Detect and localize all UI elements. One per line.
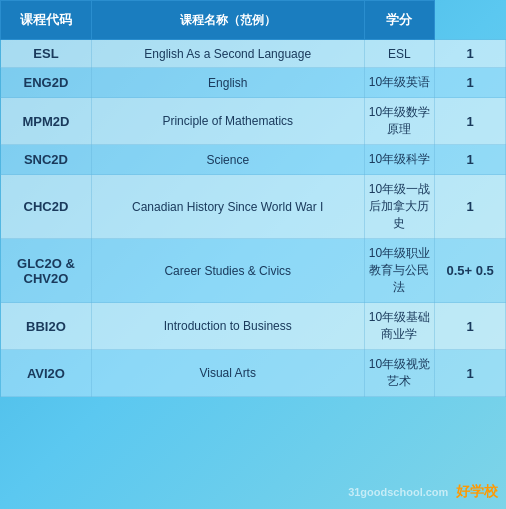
cell-code: SNC2D [1, 145, 92, 175]
table-row: SNC2DScience10年级科学1 [1, 145, 506, 175]
cell-name-en: Career Studies & Civics [91, 239, 364, 303]
cell-credit: 0.5+ 0.5 [435, 239, 506, 303]
table-row: ESLEnglish As a Second LanguageESL1 [1, 40, 506, 68]
header-credit: 学分 [364, 1, 435, 40]
cell-credit: 1 [435, 303, 506, 350]
cell-name-zh: 10年级数学原理 [364, 98, 435, 145]
cell-name-en: Principle of Mathematics [91, 98, 364, 145]
table-row: MPM2DPrinciple of Mathematics10年级数学原理1 [1, 98, 506, 145]
cell-code: ESL [1, 40, 92, 68]
header-code: 课程代码 [1, 1, 92, 40]
table-header-row: 课程代码 课程名称（范例） 学分 [1, 1, 506, 40]
cell-code: GLC2O & CHV2O [1, 239, 92, 303]
table-row: CHC2DCanadian History Since World War I1… [1, 175, 506, 239]
cell-code: MPM2D [1, 98, 92, 145]
cell-name-zh: 10年级一战后加拿大历史 [364, 175, 435, 239]
cell-code: CHC2D [1, 175, 92, 239]
table-container: 课程代码 课程名称（范例） 学分 ESLEnglish As a Second … [0, 0, 506, 509]
cell-credit: 1 [435, 68, 506, 98]
cell-name-en: Science [91, 145, 364, 175]
cell-code: AVI2O [1, 350, 92, 397]
table-body: ESLEnglish As a Second LanguageESL1ENG2D… [1, 40, 506, 397]
cell-name-zh: 10年级英语 [364, 68, 435, 98]
cell-credit: 1 [435, 145, 506, 175]
cell-name-zh: 10年级科学 [364, 145, 435, 175]
cell-name-zh: ESL [364, 40, 435, 68]
table-row: ENG2DEnglish10年级英语1 [1, 68, 506, 98]
cell-name-en: Canadian History Since World War I [91, 175, 364, 239]
cell-name-en: English As a Second Language [91, 40, 364, 68]
watermark: 31goodschool.com 好学校 [348, 483, 498, 501]
watermark-prefix: 31goodschool.com [348, 486, 448, 498]
table-row: GLC2O & CHV2OCareer Studies & Civics10年级… [1, 239, 506, 303]
table-row: BBI2OIntroduction to Business10年级基础商业学1 [1, 303, 506, 350]
watermark-logo: 好学校 [456, 483, 498, 499]
header-name: 课程名称（范例） [91, 1, 364, 40]
cell-credit: 1 [435, 98, 506, 145]
course-table: 课程代码 课程名称（范例） 学分 ESLEnglish As a Second … [0, 0, 506, 397]
cell-credit: 1 [435, 40, 506, 68]
cell-name-zh: 10年级职业教育与公民法 [364, 239, 435, 303]
cell-credit: 1 [435, 175, 506, 239]
cell-name-en: Introduction to Business [91, 303, 364, 350]
cell-name-en: Visual Arts [91, 350, 364, 397]
table-row: AVI2OVisual Arts10年级视觉艺术1 [1, 350, 506, 397]
cell-name-zh: 10年级基础商业学 [364, 303, 435, 350]
cell-code: ENG2D [1, 68, 92, 98]
cell-name-zh: 10年级视觉艺术 [364, 350, 435, 397]
cell-name-en: English [91, 68, 364, 98]
cell-code: BBI2O [1, 303, 92, 350]
cell-credit: 1 [435, 350, 506, 397]
